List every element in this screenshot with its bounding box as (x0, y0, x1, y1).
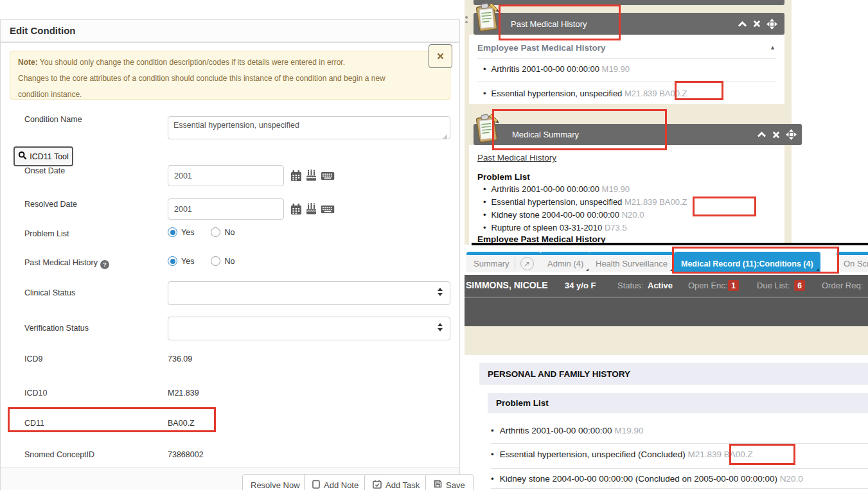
divider (491, 468, 868, 469)
tab-corner-icon (816, 268, 819, 271)
list-item: Essential hypertension, unspecified M21.… (483, 197, 687, 207)
problem-list-heading: Problem List (477, 172, 530, 182)
divider (477, 82, 776, 82)
tab-separator (515, 258, 515, 270)
section-divider-line (472, 243, 868, 245)
add-task-label: Add Task (385, 480, 420, 490)
patient-bar-divider (465, 297, 868, 298)
move-icon[interactable] (766, 19, 777, 30)
past-medical-history-link[interactable]: Past Medical History (477, 153, 556, 162)
medical-summary-controls (757, 124, 797, 145)
partial-panel-header (474, 0, 784, 5)
icd11-value: BA00.Z (168, 419, 195, 428)
keyboard-icon[interactable] (321, 204, 335, 217)
problem-list-no-label: No (224, 228, 235, 237)
icd11-tool-label: ICD11 Tool (30, 152, 69, 161)
birthday-cake-icon[interactable] (305, 203, 317, 218)
textarea-resize-handle[interactable] (443, 134, 447, 139)
problem-list-yes-label: Yes (181, 228, 194, 237)
edit-condition-modal: Edit Condition Note: You should only cha… (0, 19, 460, 490)
save-icon (434, 480, 442, 490)
due-list-badge[interactable]: 6 (794, 280, 805, 291)
help-icon[interactable]: ? (100, 260, 109, 269)
list-item: Arthritis 2001-00-00 00:00:00 M19.90 (483, 64, 630, 74)
add-task-button[interactable]: Add Task (364, 474, 428, 490)
save-button[interactable]: Save (425, 474, 474, 490)
open-external-icon[interactable]: ↗ (520, 257, 534, 270)
chevron-up-icon[interactable] (738, 21, 747, 28)
resolve-now-label: Resolve Now (251, 480, 300, 490)
medical-summary-panel-header[interactable]: Medical Summary (474, 124, 802, 145)
personal-family-history-title: PERSONAL AND FAMILY HISTORY (488, 369, 630, 379)
tab-on-screen-label: On Scre (844, 259, 868, 268)
save-label: Save (446, 480, 465, 490)
pmh-panel-body: Employee Past Medical History ▲ Arthriti… (469, 35, 784, 104)
move-icon[interactable] (786, 129, 797, 140)
resolve-now-button[interactable]: Resolve Now (242, 474, 308, 490)
chevron-up-icon[interactable] (757, 131, 766, 138)
onset-date-input[interactable] (168, 165, 284, 186)
due-list-label: Due List: (757, 281, 790, 290)
history-list-item: Kidney stone 2004-00-00 00:00:00 (Conclu… (491, 474, 803, 484)
add-note-button[interactable]: Add Note (304, 474, 367, 490)
clinical-status-select[interactable] (168, 281, 450, 305)
pmh-label: Past Medical History? (24, 258, 109, 269)
list-item: Kidney stone 2004-00-00 00:00:00 N20.0 (483, 210, 644, 220)
employee-pmh-heading: Employee Past Medical History (477, 43, 776, 58)
note-text-1: You should only change the condition des… (38, 58, 345, 67)
verification-status-label: Verification Status (24, 324, 89, 333)
icd9-label: ICD9 (24, 354, 42, 363)
task-calendar-icon (373, 480, 382, 490)
condition-name-label: Condition Name (24, 115, 82, 124)
clipboard-icon (474, 113, 500, 148)
problem-list-subheader[interactable]: Problem List (488, 393, 868, 413)
content-background-band (465, 326, 868, 355)
icd11-label: CD11 (24, 419, 44, 428)
close-icon[interactable] (772, 131, 780, 139)
verification-status-select[interactable] (168, 317, 450, 340)
tab-summary[interactable]: Summary ↗ (466, 252, 541, 272)
patient-age-sex: 34 y/o F (565, 281, 596, 290)
note-label: Note: (18, 58, 38, 67)
tab-on-screen[interactable]: On Scre (837, 252, 868, 272)
tab-medical-record-conditions[interactable]: Medical Record (11):Conditions (4) (674, 252, 820, 272)
pmh-panel-controls (738, 13, 777, 35)
tab-medical-record-label: Medical Record (11):Conditions (4) (681, 259, 813, 268)
keyboard-icon[interactable] (321, 171, 335, 184)
calendar-icon[interactable] (290, 203, 302, 218)
icd10-value: M21.839 (168, 389, 199, 398)
status-value: Active (648, 281, 673, 290)
problem-list-no-radio[interactable] (211, 227, 220, 237)
tab-health-surveillance[interactable]: Health Surveillance (589, 252, 675, 272)
pmh-panel-header[interactable]: Past Medical History (474, 13, 784, 35)
calendar-icon[interactable] (290, 170, 302, 184)
list-item: Essential hypertension, unspecified M21.… (483, 89, 687, 98)
medical-summary-body: Past Medical History Problem List Arthri… (469, 145, 784, 245)
search-icon (18, 151, 27, 162)
condition-name-input[interactable]: Essential hypertension, unspecified (168, 116, 450, 139)
pmh-no-label: No (224, 257, 235, 266)
note-close-button[interactable] (429, 44, 452, 68)
resolved-date-input[interactable] (168, 198, 284, 220)
select-arrows-icon (438, 288, 443, 296)
birthday-cake-icon[interactable] (305, 170, 317, 184)
tab-admin[interactable]: Admin (4) (540, 252, 590, 272)
icd10-label: ICD10 (24, 389, 47, 398)
onset-date-label: Onset Date (24, 166, 65, 175)
drag-handle-dots[interactable] (465, 16, 468, 28)
personal-family-history-header[interactable]: PERSONAL AND FAMILY HISTORY (479, 363, 868, 385)
pmh-yes-label: Yes (181, 257, 194, 266)
resolved-date-icons (290, 203, 335, 218)
divider (491, 488, 868, 489)
pmh-no-radio[interactable] (211, 256, 220, 266)
onset-date-icons (290, 170, 335, 184)
pmh-yes-radio[interactable] (168, 256, 177, 266)
open-enc-badge[interactable]: 1 (728, 280, 739, 291)
problem-list-yes-radio[interactable] (168, 227, 177, 237)
collapse-triangle-icon[interactable]: ▲ (770, 44, 775, 51)
warning-note: Note: You should only change the conditi… (10, 51, 450, 100)
icd11-tool-button[interactable]: ICD11 Tool (13, 146, 73, 166)
close-icon (437, 51, 444, 62)
open-enc-label: Open Enc: (688, 281, 727, 290)
close-icon[interactable] (753, 20, 761, 28)
